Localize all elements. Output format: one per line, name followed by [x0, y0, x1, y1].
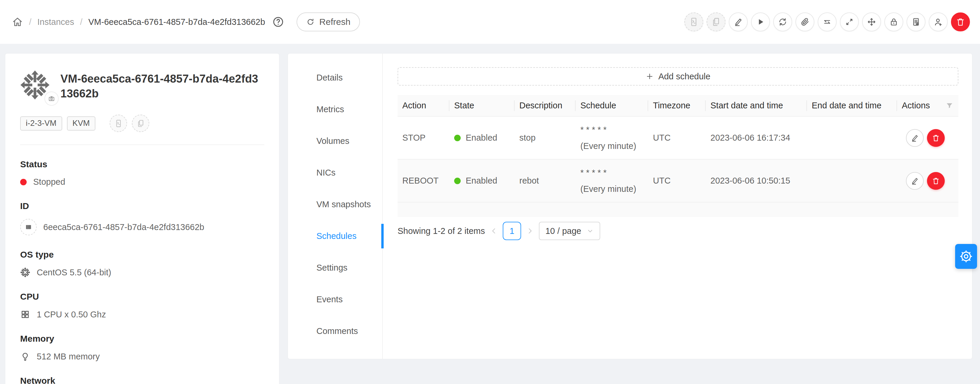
col-state: State — [449, 101, 515, 110]
status-label: Status — [20, 159, 264, 169]
next-page-button[interactable] — [526, 227, 534, 235]
memory-section: Memory 512 MB memory — [20, 334, 264, 362]
tab-comments[interactable]: Comments — [288, 315, 382, 347]
tab-events[interactable]: Events — [288, 284, 382, 315]
edit-schedule-button[interactable] — [906, 129, 924, 147]
divider — [20, 144, 264, 145]
detail-tabs: Details Metrics Volumes NICs VM snapshot… — [288, 54, 383, 359]
memory-value: 512 MB memory — [37, 352, 100, 362]
edit-schedule-button[interactable] — [906, 172, 924, 190]
reset-password-button[interactable] — [884, 13, 903, 32]
tab-vm-snapshots[interactable]: VM snapshots — [288, 189, 382, 220]
network-section: Network 1 NIC(s) — [20, 376, 264, 384]
add-schedule-label: Add schedule — [658, 71, 710, 81]
destroy-button[interactable] — [951, 13, 970, 32]
reinstall-button[interactable] — [773, 13, 792, 32]
migrate-button[interactable] — [818, 13, 837, 32]
cell-action: STOP — [398, 133, 449, 143]
cell-description: stop — [515, 133, 576, 143]
id-label: ID — [20, 201, 264, 211]
paperclip-icon — [800, 17, 810, 27]
table-footer-strip — [398, 203, 958, 217]
sync-icon — [778, 17, 788, 27]
barcode-icon — [24, 223, 33, 231]
refresh-button[interactable]: Refresh — [296, 13, 360, 32]
breadcrumb-separator: / — [29, 17, 32, 27]
theme-settings-button[interactable] — [955, 244, 977, 269]
bulb-icon — [20, 351, 30, 362]
console-icon — [689, 17, 698, 27]
cell-schedule: * * * * * (Every minute) — [576, 125, 648, 151]
status-stopped-dot — [20, 179, 27, 185]
tab-details[interactable]: Details — [288, 62, 382, 94]
cpu-section: CPU 1 CPU x 0.50 Ghz — [20, 292, 264, 319]
assign-instance-button[interactable] — [907, 13, 926, 32]
os-icon — [20, 267, 30, 278]
prev-page-button[interactable] — [490, 227, 498, 235]
attach-iso-button[interactable] — [795, 13, 815, 32]
tab-metrics[interactable]: Metrics — [288, 94, 382, 125]
tab-settings[interactable]: Settings — [288, 252, 382, 284]
help-icon[interactable] — [272, 16, 284, 28]
trash-icon — [932, 177, 940, 185]
user-add-icon — [934, 17, 943, 27]
edit-icon — [911, 134, 919, 142]
enabled-dot — [454, 178, 461, 184]
tag-internal-name: i-2-3-VM — [20, 116, 62, 130]
filter-icon[interactable] — [945, 102, 954, 110]
vm-title: VM-6eeca5ca-6761-4857-b7da-4e2fd313662b — [60, 71, 264, 101]
id-value: 6eeca5ca-6761-4857-b7da-4e2fd313662b — [43, 222, 204, 232]
tab-schedules[interactable]: Schedules — [288, 220, 382, 252]
gear-icon — [959, 249, 973, 263]
console-mini-button[interactable] — [110, 114, 127, 132]
schedules-table: Action State Description Schedule Timezo… — [398, 95, 958, 217]
state-text: Enabled — [466, 176, 497, 186]
console-icon — [115, 119, 123, 128]
delete-schedule-button[interactable] — [927, 129, 945, 147]
copy-icon — [137, 119, 145, 128]
refresh-label: Refresh — [319, 17, 350, 27]
breadcrumb-instances[interactable]: Instances — [37, 17, 74, 27]
page-number-button[interactable]: 1 — [503, 222, 521, 240]
edit-button[interactable] — [729, 13, 748, 32]
status-value: Stopped — [33, 177, 65, 187]
copy-id-button[interactable] — [20, 219, 37, 235]
plus-icon — [646, 72, 654, 81]
diagonal-arrows-icon — [845, 17, 854, 27]
delete-schedule-button[interactable] — [927, 172, 945, 190]
change-icon-button[interactable] — [45, 92, 59, 106]
breadcrumb-separator: / — [80, 17, 82, 27]
home-icon[interactable] — [12, 16, 23, 27]
copy-icon — [711, 17, 721, 27]
scale-button[interactable] — [840, 13, 859, 32]
play-icon — [756, 17, 765, 27]
cell-timezone: UTC — [648, 133, 706, 143]
top-bar: / Instances / VM-6eeca5ca-6761-4857-b7da… — [0, 0, 980, 44]
tab-volumes[interactable]: Volumes — [288, 125, 382, 157]
status-section: Status Stopped — [20, 159, 264, 187]
pagination-summary: Showing 1-2 of 2 items — [398, 226, 485, 236]
add-schedule-button[interactable]: Add schedule — [398, 67, 958, 86]
col-timezone: Timezone — [648, 101, 706, 110]
console-button[interactable] — [684, 13, 703, 32]
assign-user-button[interactable] — [929, 13, 948, 32]
lock-icon — [889, 17, 899, 27]
start-instance-button[interactable] — [751, 13, 770, 32]
id-section: ID 6eeca5ca-6761-4857-b7da-4e2fd313662b — [20, 201, 264, 235]
chevron-left-icon — [490, 227, 498, 235]
tab-nics[interactable]: NICs — [288, 157, 382, 189]
cell-timezone: UTC — [648, 176, 706, 186]
col-start-date: Start date and time — [706, 101, 807, 110]
cpu-value: 1 CPU x 0.50 Ghz — [37, 310, 106, 319]
move-button[interactable] — [862, 13, 881, 32]
pagination: Showing 1-2 of 2 items 1 10 / page — [398, 222, 958, 240]
page-size-select[interactable]: 10 / page — [539, 222, 600, 240]
table-row: STOP Enabled stop * * * * * (Every minut… — [398, 117, 958, 160]
document-user-icon — [911, 17, 921, 27]
copy-mini-button[interactable] — [132, 114, 149, 132]
migrate-icon — [822, 17, 832, 27]
col-schedule: Schedule — [576, 101, 648, 110]
memory-label: Memory — [20, 334, 264, 344]
os-label: OS type — [20, 249, 264, 260]
copy-button[interactable] — [706, 13, 725, 32]
